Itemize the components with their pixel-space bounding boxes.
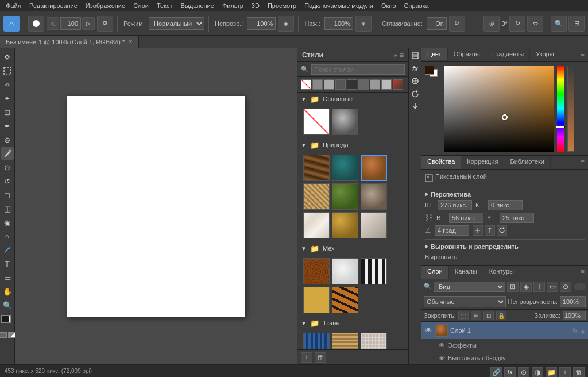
- opacity-input[interactable]: [247, 17, 276, 30]
- color-picker-handle[interactable]: [502, 114, 508, 120]
- tab-patterns[interactable]: Узоры: [530, 48, 560, 61]
- menu-plugins[interactable]: Подключаемые модули: [301, 1, 377, 10]
- w-input[interactable]: [438, 200, 472, 210]
- home-button[interactable]: ⌂: [3, 16, 20, 32]
- menu-view[interactable]: Просмотр: [264, 1, 300, 10]
- menu-image[interactable]: Изображение: [82, 1, 129, 10]
- mode-select[interactable]: Нормальный: [149, 17, 204, 30]
- angle-input-btn[interactable]: ◎: [483, 16, 500, 32]
- brush-size-down[interactable]: ◁: [47, 17, 59, 30]
- layer-filter-select[interactable]: Вид: [434, 282, 505, 292]
- delete-style-button[interactable]: 🗑: [315, 352, 326, 363]
- stamp-tool[interactable]: ⊙: [1, 161, 14, 174]
- layer-filter-smart[interactable]: ⊙: [560, 282, 571, 292]
- layer-filter-text[interactable]: T: [533, 282, 545, 292]
- selection-tool[interactable]: [1, 64, 14, 77]
- canvas-area[interactable]: [15, 48, 297, 364]
- menu-edit[interactable]: Редактирование: [26, 1, 81, 10]
- lock-position-btn[interactable]: ✏: [471, 311, 481, 320]
- preset-light[interactable]: [324, 79, 334, 90]
- smoothing-input[interactable]: [427, 17, 447, 30]
- blur-tool[interactable]: ◉: [1, 216, 14, 229]
- brush-size-input[interactable]: [60, 17, 81, 30]
- flip-h-btn2[interactable]: [485, 225, 495, 236]
- style-nature-moss[interactable]: [332, 183, 358, 210]
- style-nature-teal[interactable]: [332, 155, 358, 181]
- layer-1-visibility[interactable]: 👁: [424, 326, 433, 335]
- zoom-tool[interactable]: 🔍: [1, 299, 14, 311]
- opacity-pressure[interactable]: ◈: [278, 16, 294, 32]
- delete-layer-btn[interactable]: 🗑: [573, 367, 585, 378]
- search-btn[interactable]: 🔍: [551, 16, 567, 32]
- layer-item-1[interactable]: 👁 Слой 1 fx ▲: [421, 322, 588, 339]
- style-nature-wicker[interactable]: [303, 183, 330, 210]
- style-nature-marble[interactable]: [303, 212, 330, 238]
- tab-layers[interactable]: Слои: [421, 266, 449, 279]
- menu-3d[interactable]: 3D: [248, 1, 263, 10]
- menu-file[interactable]: Файл: [2, 1, 25, 10]
- preset-none[interactable]: [301, 79, 311, 90]
- props-panel-menu[interactable]: ≡: [578, 156, 588, 169]
- preset-light2[interactable]: [381, 79, 392, 90]
- preset-darker[interactable]: [347, 79, 357, 90]
- panel-expand-icon[interactable]: »: [393, 51, 397, 59]
- add-group-btn[interactable]: 📁: [546, 367, 557, 378]
- dodge-tool[interactable]: ○: [1, 230, 14, 243]
- panels-btn[interactable]: ⊞: [568, 16, 585, 32]
- color-panel-menu[interactable]: ≡: [578, 48, 588, 61]
- layer-filter-shape[interactable]: ▭: [547, 282, 558, 292]
- mid-arrow-icon[interactable]: [410, 101, 420, 111]
- lasso-tool[interactable]: ⌾: [1, 78, 14, 91]
- lock-pixels-btn[interactable]: ⬚: [458, 311, 469, 320]
- hand-tool[interactable]: ✋: [1, 285, 14, 298]
- healing-tool[interactable]: ⊕: [1, 133, 14, 146]
- crop-tool[interactable]: ⊡: [1, 106, 14, 118]
- brush-preview[interactable]: [28, 16, 44, 32]
- sub-layer-effects-eye[interactable]: 👁: [438, 341, 446, 349]
- flip-h-btn[interactable]: ⇔: [527, 16, 543, 32]
- sub-layer-stroke-eye[interactable]: 👁: [438, 354, 446, 362]
- tab-gradients[interactable]: Градиенты: [486, 48, 530, 61]
- lock-all-btn[interactable]: 🔒: [496, 311, 506, 320]
- color-gradient[interactable]: [444, 66, 554, 152]
- preset-mid[interactable]: [358, 79, 369, 90]
- mid-color-icon[interactable]: [410, 51, 420, 61]
- menu-text[interactable]: Текст: [153, 1, 176, 10]
- group-basic-header[interactable]: ▼ 📁 Основные: [297, 93, 408, 105]
- sub-layer-stroke[interactable]: 👁 Выполнить обводку: [421, 352, 588, 364]
- add-mask-btn[interactable]: ⊙: [518, 367, 529, 378]
- move-tool[interactable]: ✥: [1, 51, 14, 63]
- styles-search-input[interactable]: [311, 64, 405, 75]
- history-brush-tool[interactable]: ↺: [1, 175, 14, 187]
- fg-color-swatch[interactable]: [1, 315, 9, 323]
- reset-btn[interactable]: [497, 225, 507, 236]
- layer-1-fx[interactable]: fx: [573, 327, 578, 334]
- style-fur-white[interactable]: [332, 258, 358, 284]
- style-basic-gray[interactable]: [332, 109, 358, 135]
- align-header[interactable]: Выровнять и распределить: [425, 243, 585, 250]
- new-layer-btn[interactable]: +: [559, 367, 571, 378]
- fg-color-mini[interactable]: [425, 66, 434, 75]
- style-fabric-mesh[interactable]: [361, 333, 387, 349]
- group-fur-header[interactable]: ▼ 📁 Мех: [297, 242, 408, 255]
- preset-red[interactable]: [393, 79, 403, 90]
- new-style-button[interactable]: +: [301, 352, 312, 363]
- shape-tool[interactable]: ▭: [1, 271, 14, 284]
- layers-panel-menu[interactable]: ≡: [578, 266, 588, 279]
- brush-tool[interactable]: [1, 147, 14, 160]
- flip-v-btn[interactable]: [473, 225, 483, 236]
- smoothing-settings[interactable]: ⚙: [449, 16, 465, 32]
- group-fabric-header[interactable]: ▼ 📁 Ткань: [297, 317, 408, 329]
- style-nature-pyramid[interactable]: [361, 212, 387, 238]
- document-tab[interactable]: Без имени-1 @ 100% (Слой 1, RGB/8#) * ✕: [0, 36, 139, 48]
- lock-artboards-btn[interactable]: ⊡: [483, 311, 494, 320]
- tab-paths[interactable]: Контуры: [483, 266, 520, 279]
- fill-input[interactable]: [563, 311, 586, 320]
- angle-input[interactable]: [435, 225, 469, 236]
- layer-filter-type[interactable]: ⊞: [507, 282, 519, 292]
- layer-filter-adjustment[interactable]: ◈: [520, 282, 532, 292]
- add-adjustment-btn[interactable]: ◑: [532, 367, 543, 378]
- tab-libraries[interactable]: Библиотеки: [504, 156, 551, 169]
- k-input[interactable]: [488, 200, 523, 210]
- menu-layers[interactable]: Слои: [130, 1, 152, 10]
